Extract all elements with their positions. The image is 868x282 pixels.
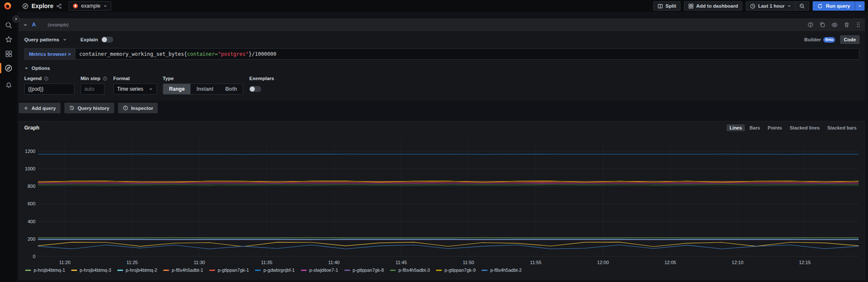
legend-item[interactable]: p-slwjditoe7-1 — [301, 268, 338, 273]
mode-points[interactable]: Points — [765, 124, 785, 131]
code-mode-button[interactable]: Code — [840, 35, 859, 44]
legend-swatch — [344, 270, 350, 271]
chevron-down-icon — [787, 4, 791, 8]
beta-badge: Beta — [823, 37, 835, 43]
svg-text:12:15: 12:15 — [799, 260, 811, 265]
legend-series-name: p-f8s4h5adbt-3 — [398, 268, 430, 273]
topbar-right: Split Add to dashboard Last 1 hour — [653, 1, 865, 11]
query-row-header[interactable]: A (example) — [19, 18, 865, 31]
legend-input[interactable] — [24, 83, 75, 95]
min-step-input[interactable] — [81, 83, 104, 95]
svg-text:200: 200 — [28, 236, 35, 242]
sidebar-item-starred[interactable] — [0, 33, 17, 46]
sidebar-item-alerting[interactable] — [0, 78, 17, 91]
exemplars-toggle[interactable] — [249, 86, 261, 92]
sidebar-item-dashboards[interactable] — [0, 47, 17, 60]
copy-query-icon[interactable] — [819, 22, 825, 28]
svg-text:800: 800 — [28, 184, 35, 189]
query-token-string: "postgres" — [218, 51, 248, 57]
split-icon — [657, 3, 663, 9]
format-field-label: Format — [113, 76, 157, 81]
help-circle-icon[interactable] — [807, 22, 813, 28]
drag-handle-icon[interactable] — [856, 22, 861, 28]
legend-item[interactable]: p-gtlppan7gk-9 — [436, 268, 476, 273]
disable-query-eye-icon[interactable] — [831, 22, 838, 28]
svg-text:11:45: 11:45 — [395, 260, 407, 265]
add-to-dashboard-button[interactable]: Add to dashboard — [684, 1, 742, 11]
star-icon — [5, 36, 12, 43]
svg-text:11:30: 11:30 — [194, 260, 205, 265]
page-title: Explore — [32, 3, 53, 9]
share-icon[interactable] — [56, 3, 62, 9]
mode-stacked-bars[interactable]: Stacked bars — [825, 124, 859, 131]
legend-item[interactable]: p-hrsjb4btmq-3 — [71, 268, 111, 273]
query-patterns-button[interactable]: Query patterns — [24, 37, 67, 42]
expand-sidebar-button[interactable] — [12, 15, 20, 23]
time-range-label: Last 1 hour — [758, 3, 784, 9]
legend-item[interactable]: p-f8s4h5adbt-2 — [482, 268, 522, 273]
legend-series-name: p-f8s4h5adbt-2 — [490, 268, 522, 273]
legend-series-name: p-slwjditoe7-1 — [309, 268, 338, 273]
datasource-picker[interactable]: example — [69, 1, 111, 11]
min-step-field-label: Min step — [81, 76, 107, 81]
legend-item[interactable]: p-gtlppan7gk-1 — [209, 268, 249, 273]
remove-query-trash-icon[interactable] — [844, 22, 850, 28]
time-series-chart[interactable]: 11:2011:2511:3011:3511:4011:4511:5011:55… — [22, 133, 862, 268]
datasource-name: example — [81, 3, 100, 9]
legend-series-name: p-f8s4h5adbt-1 — [172, 268, 203, 273]
run-query-button[interactable]: Run query — [813, 1, 855, 11]
mode-lines[interactable]: Lines — [727, 124, 745, 131]
metrics-browser-button[interactable]: Metrics browser > — [24, 48, 75, 60]
left-sidebar — [0, 12, 17, 282]
builder-mode-button[interactable]: Builder Beta — [801, 35, 839, 44]
chart-legend: p-hrsjb4btmq-1p-hrsjb4btmq-3p-hrsjb4btmq… — [19, 268, 865, 275]
type-option-range[interactable]: Range — [163, 84, 191, 94]
legend-item[interactable]: p-gtlppan7gk-8 — [344, 268, 384, 273]
legend-item[interactable]: p-hrsjb4btmq-2 — [117, 268, 157, 273]
mode-stacked-lines[interactable]: Stacked lines — [787, 124, 822, 131]
type-option-both[interactable]: Both — [219, 84, 243, 94]
split-button[interactable]: Split — [653, 1, 681, 11]
legend-swatch — [71, 270, 77, 271]
query-token-label: container= — [187, 51, 218, 57]
graph-panel-header: Graph LinesBarsPointsStacked linesStacke… — [19, 121, 865, 132]
options-label: Options — [32, 66, 50, 71]
compass-icon — [22, 3, 29, 9]
inspector-button[interactable]: Inspector — [118, 103, 158, 113]
legend-item[interactable]: p-f8s4h5adbt-1 — [163, 268, 203, 273]
graph-panel: Graph LinesBarsPointsStacked linesStacke… — [19, 121, 865, 279]
format-selected-value: Time series — [117, 86, 144, 92]
time-range-button[interactable]: Last 1 hour — [746, 2, 795, 10]
legend-item[interactable]: p-hrsjb4btmq-1 — [25, 268, 65, 273]
query-history-button[interactable]: Query history — [64, 103, 114, 113]
legend-item[interactable]: p-gdwbrgnjbf-1 — [255, 268, 294, 273]
graph-panel-title: Graph — [24, 125, 39, 131]
query-toolbar-row: Query patterns Explain Builder Beta — [24, 35, 859, 44]
legend-series-name: p-gtlppan7gk-1 — [218, 268, 249, 273]
zoom-out-time-button[interactable] — [795, 2, 809, 10]
type-option-instant[interactable]: Instant — [190, 84, 219, 94]
mode-bars[interactable]: Bars — [747, 124, 763, 131]
promql-query-input[interactable]: container_memory_working_set_bytes{conta… — [75, 48, 859, 60]
legend-item[interactable]: p-f8s4h5adbt-3 — [390, 268, 430, 273]
explain-toggle[interactable] — [101, 37, 113, 43]
svg-text:12:05: 12:05 — [664, 260, 676, 265]
format-select[interactable]: Time series — [113, 83, 157, 95]
explain-control: Explain — [81, 37, 113, 43]
legend-swatch — [482, 270, 487, 271]
format-field: Format Time series — [113, 76, 157, 95]
add-query-button[interactable]: Add query — [19, 103, 61, 113]
page-title-group: Explore — [22, 3, 62, 9]
query-editor-body: Query patterns Explain Builder Beta — [19, 31, 865, 101]
toggle-knob — [250, 86, 255, 92]
collapse-chevron-icon[interactable] — [23, 23, 28, 27]
run-query-dropdown-button[interactable] — [855, 1, 865, 11]
sidebar-item-explore[interactable] — [0, 62, 17, 75]
graph-mode-switcher: LinesBarsPointsStacked linesStacked bars — [727, 124, 859, 131]
options-fields: Legend Min step — [24, 76, 859, 95]
svg-text:11:50: 11:50 — [463, 260, 474, 265]
options-section-toggle[interactable]: Options — [24, 66, 859, 71]
chevron-down-icon — [103, 4, 107, 8]
svg-text:11:40: 11:40 — [328, 260, 340, 265]
query-type-radio-group: RangeInstantBoth — [163, 83, 243, 95]
